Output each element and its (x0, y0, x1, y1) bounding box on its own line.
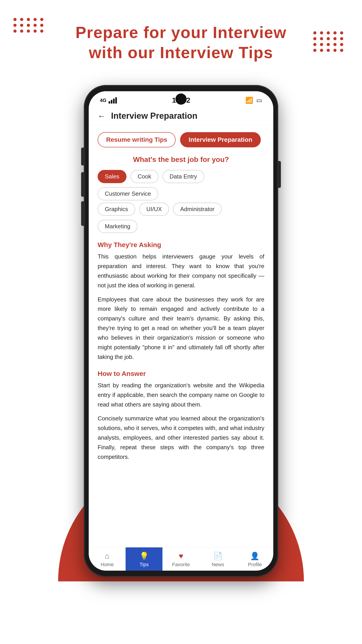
chip-administrator[interactable]: Administrator (173, 202, 221, 216)
section-why-text1: This question helps interviewers gauge y… (98, 252, 264, 290)
chip-marketing[interactable]: Marketing (98, 220, 137, 233)
bottom-nav: ⌂ Home 💡 Tips ♥ Favorite 📄 News 👤 P (89, 547, 273, 571)
network-indicator: 4G (100, 98, 106, 103)
phone-button-power (278, 161, 281, 188)
nav-home[interactable]: ⌂ Home (89, 548, 126, 571)
news-icon: 📄 (213, 552, 223, 560)
home-icon: ⌂ (105, 552, 109, 560)
phone-mockup: 4G 10:52 📶 ▭ ← Interview Prepara (84, 85, 278, 577)
chip-cook[interactable]: Cook (130, 170, 158, 183)
back-button[interactable]: ← (98, 111, 106, 121)
app-header: ← Interview Preparation (89, 107, 273, 126)
nav-home-label: Home (100, 562, 114, 568)
headline-line1: Prepare for your Interview (75, 24, 287, 41)
nav-favorite-label: Favorite (172, 562, 190, 568)
headline-line2: with our Interview Tips (89, 44, 273, 62)
tips-icon: 💡 (139, 552, 149, 560)
section-how-title: How to Answer (98, 370, 264, 378)
battery-icon: ▭ (256, 96, 262, 104)
signal-icon (109, 97, 117, 104)
section-why-text2: Employees that care about the businesses… (98, 295, 264, 362)
nav-tips-label: Tips (139, 562, 149, 568)
section-how-text1: Start by reading the organization's webs… (98, 380, 264, 410)
nav-profile[interactable]: 👤 Profile (236, 548, 273, 571)
phone-screen: 4G 10:52 📶 ▭ ← Interview Prepara (89, 91, 273, 571)
app-content[interactable]: Resume writing Tips Interview Preparatio… (89, 126, 273, 547)
nav-news-label: News (212, 562, 224, 568)
status-left: 4G (100, 97, 117, 104)
chip-data-entry[interactable]: Data Entry (162, 170, 204, 183)
best-job-title: What's the best job for you? (98, 156, 264, 164)
chip-graphics[interactable]: Graphics (98, 202, 135, 216)
nav-favorite[interactable]: ♥ Favorite (162, 548, 199, 571)
nav-news[interactable]: 📄 News (200, 548, 236, 571)
headline: Prepare for your Interview with our Inte… (0, 22, 362, 62)
chips-row-1: Sales Cook Data Entry Customer Service (98, 170, 264, 200)
tabs-row: Resume writing Tips Interview Preparatio… (98, 132, 264, 147)
nav-profile-label: Profile (248, 562, 262, 568)
page-title: Interview Preparation (111, 111, 197, 121)
profile-icon: 👤 (250, 552, 259, 560)
chips-row-2: Graphics UI/UX Administrator Marketing (98, 202, 264, 233)
phone-button-vol-up (81, 172, 84, 197)
phone-camera (175, 94, 187, 105)
chip-uiux[interactable]: UI/UX (139, 202, 169, 216)
nav-tips[interactable]: 💡 Tips (126, 548, 162, 571)
status-right: 📶 ▭ (245, 96, 262, 104)
chip-sales[interactable]: Sales (98, 170, 126, 183)
section-how-text2: Concisely summarize what you learned abo… (98, 414, 264, 462)
wifi-icon: 📶 (245, 96, 253, 104)
section-why-title: Why They're Asking (98, 241, 264, 249)
chip-customer-service[interactable]: Customer Service (98, 187, 158, 200)
tab-interview[interactable]: Interview Preparation (180, 132, 261, 147)
phone-button-vol-down (81, 201, 84, 226)
phone-button-silent (81, 148, 84, 166)
favorite-icon: ♥ (179, 552, 183, 560)
tab-resume[interactable]: Resume writing Tips (98, 132, 176, 147)
